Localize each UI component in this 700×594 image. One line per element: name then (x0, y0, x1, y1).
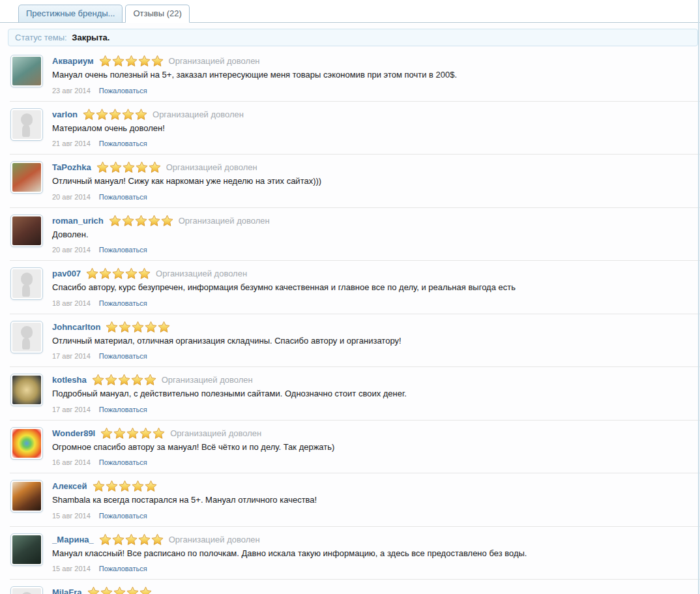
star-rating-icon (106, 321, 170, 333)
review-text: Shambala ка всегда постарался на 5+. Ман… (52, 494, 693, 506)
star-rating-icon (96, 161, 161, 173)
avatar[interactable] (10, 586, 43, 594)
username-link[interactable]: pav007 (52, 269, 81, 278)
review-header: MilaFra (52, 586, 693, 594)
review-header: Аквариум Организацией доволен (52, 55, 693, 67)
avatar[interactable] (10, 374, 43, 406)
review-item: Аквариум Организацией доволен Мануал оче… (10, 48, 700, 102)
tab-reviews[interactable]: Отзывы (22) (125, 5, 189, 23)
avatar[interactable] (10, 321, 43, 353)
avatar-image (12, 429, 41, 458)
report-link[interactable]: Пожаловаться (99, 246, 147, 254)
org-satisfied-label: Организацией доволен (179, 216, 270, 226)
review-meta: 16 авг 2014Пожаловаться (52, 458, 693, 466)
username-link[interactable]: kotlesha (52, 375, 87, 385)
review-date: 15 авг 2014 (52, 565, 91, 572)
review-text: Отличный материал, отличная организация … (52, 335, 693, 347)
review-header: Johncarlton (52, 321, 693, 333)
review-meta: 17 авг 2014Пожаловаться (52, 352, 693, 360)
username-link[interactable]: Wonder89l (52, 428, 95, 438)
review-item: kotlesha Организацией доволен Подробный … (10, 367, 700, 421)
tab-bar: Престижные бренды... Отзывы (22) (0, 0, 700, 23)
star-rating-icon (100, 427, 165, 439)
org-satisfied-label: Организацией доволен (153, 110, 244, 119)
org-satisfied-label: Организацией доволен (170, 428, 261, 438)
review-date: 23 авг 2014 (52, 87, 91, 95)
review-date: 15 авг 2014 (52, 512, 91, 520)
avatar-image (12, 323, 41, 351)
review-body: varlon Организацией доволен Материалом о… (52, 108, 693, 148)
report-link[interactable]: Пожаловаться (99, 299, 147, 307)
review-date: 18 авг 2014 (52, 299, 91, 307)
report-link[interactable]: Пожаловаться (99, 87, 147, 95)
review-date: 20 авг 2014 (52, 246, 91, 254)
review-text: Мануал классный! Все расписано по полочк… (52, 548, 693, 559)
username-link[interactable]: Алексей (52, 481, 87, 491)
review-header: Алексей (52, 480, 693, 492)
review-body: TaPozhka Организацией доволен Отличный м… (52, 161, 693, 201)
report-link[interactable]: Пожаловаться (99, 512, 147, 520)
avatar-image (12, 57, 41, 85)
star-rating-icon (109, 215, 173, 227)
report-link[interactable]: Пожаловаться (99, 406, 147, 413)
review-item: Johncarlton Отличный материал, отличная … (10, 314, 700, 368)
review-body: pav007 Организацией доволен Спасибо авто… (52, 267, 693, 307)
username-link[interactable]: varlon (52, 110, 78, 119)
review-item: Wonder89l Организацией доволен Огромное … (10, 421, 700, 474)
review-header: roman_urich Организацией доволен (52, 215, 693, 227)
report-link[interactable]: Пожаловаться (99, 193, 147, 201)
username-link[interactable]: TaPozhka (52, 162, 91, 172)
report-link[interactable]: Пожаловаться (99, 352, 147, 360)
avatar[interactable] (10, 480, 43, 512)
avatar[interactable] (10, 108, 43, 141)
avatar[interactable] (10, 427, 43, 460)
review-body: roman_urich Организацией доволен Доволен… (52, 215, 693, 254)
tab-prestige-brands[interactable]: Престижные бренды... (18, 5, 123, 23)
review-meta: 18 авг 2014Пожаловаться (52, 299, 693, 307)
username-link[interactable]: Johncarlton (52, 322, 100, 332)
review-meta: 15 авг 2014Пожаловаться (52, 565, 693, 572)
star-rating-icon (92, 374, 156, 386)
org-satisfied-label: Организацией доволен (166, 162, 257, 172)
avatar[interactable] (10, 267, 43, 300)
review-text: Спасибо автору, курс безупречен, информа… (52, 282, 693, 293)
review-item: _Марина_ Организацией доволен Мануал кла… (10, 527, 700, 580)
avatar[interactable] (10, 533, 43, 566)
thread-status-bar: Статус темы: Закрыта. (8, 29, 698, 46)
review-text: Доволен. (52, 229, 693, 241)
avatar-image (12, 110, 41, 139)
review-body: Аквариум Организацией доволен Мануал оче… (52, 55, 693, 95)
star-rating-icon (86, 267, 151, 280)
report-link[interactable]: Пожаловаться (99, 565, 147, 572)
review-header: TaPozhka Организацией доволен (52, 161, 693, 173)
review-meta: 21 авг 2014Пожаловаться (52, 140, 693, 147)
username-link[interactable]: Аквариум (52, 56, 94, 66)
report-link[interactable]: Пожаловаться (99, 458, 147, 466)
review-body: Johncarlton Отличный материал, отличная … (52, 321, 693, 361)
review-header: pav007 Организацией доволен (52, 267, 693, 280)
review-body: Wonder89l Организацией доволен Огромное … (52, 427, 693, 467)
username-link[interactable]: MilaFra (52, 587, 82, 594)
review-header: Wonder89l Организацией доволен (52, 427, 693, 439)
org-satisfied-label: Организацией доволен (162, 375, 253, 385)
review-text: Огромное спасибо автору за мануал! Всё ч… (52, 441, 693, 453)
review-meta: 23 авг 2014Пожаловаться (52, 87, 693, 95)
avatar[interactable] (10, 215, 43, 247)
review-item: TaPozhka Организацией доволен Отличный м… (10, 155, 700, 208)
review-header: _Марина_ Организацией доволен (52, 533, 693, 546)
avatar[interactable] (10, 161, 43, 194)
star-rating-icon (83, 108, 147, 121)
review-item: varlon Организацией доволен Материалом о… (10, 102, 700, 155)
review-text: Материалом очень доволен! (52, 123, 693, 134)
review-item: Алексей Shambala ка всегда постарался на… (10, 473, 700, 527)
review-text: Подробный мануал, с действительно полезн… (52, 388, 693, 400)
report-link[interactable]: Пожаловаться (99, 140, 147, 147)
avatar-image (12, 482, 41, 511)
username-link[interactable]: _Марина_ (52, 535, 94, 544)
username-link[interactable]: roman_urich (52, 216, 104, 226)
review-header: varlon Организацией доволен (52, 108, 693, 121)
avatar[interactable] (10, 55, 43, 87)
review-list: Аквариум Организацией доволен Мануал оче… (10, 48, 700, 594)
org-satisfied-label: Организацией доволен (169, 535, 260, 544)
review-header: kotlesha Организацией доволен (52, 374, 693, 386)
